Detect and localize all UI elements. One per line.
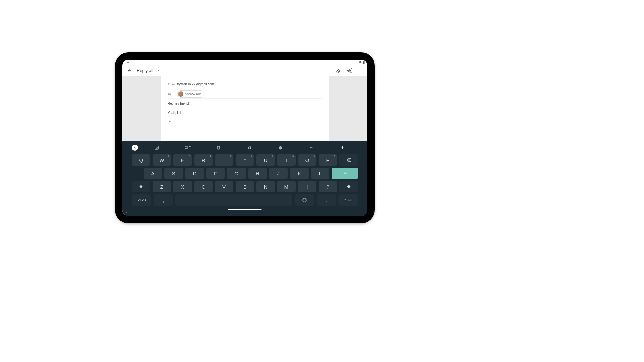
from-label: From xyxy=(168,83,177,86)
svg-point-10 xyxy=(310,147,311,148)
key-symbols-right[interactable]: ?123 xyxy=(338,194,358,206)
key-K[interactable]: K xyxy=(290,168,309,179)
svg-point-7 xyxy=(157,147,157,147)
key-D[interactable]: D xyxy=(185,168,204,179)
key-backspace[interactable] xyxy=(339,154,358,166)
kb-more-icon[interactable] xyxy=(296,145,327,150)
recipient-name: Andrew Kuo xyxy=(185,92,201,96)
key-R[interactable]: R4 xyxy=(194,154,213,166)
kb-hide-icon[interactable] xyxy=(125,210,128,214)
svg-point-15 xyxy=(305,199,305,200)
key-F[interactable]: F xyxy=(206,168,225,179)
key-comma[interactable]: , xyxy=(154,194,173,206)
key-question[interactable]: ? xyxy=(319,181,337,192)
key-shift-left[interactable] xyxy=(132,181,150,192)
kb-sticker-icon[interactable] xyxy=(141,145,172,150)
key-B[interactable]: B xyxy=(236,181,254,192)
key-P[interactable]: P0 xyxy=(319,154,337,166)
key-Q[interactable]: Q1 xyxy=(132,154,150,166)
key-A[interactable]: A xyxy=(144,168,162,179)
key-symbols-left[interactable]: ?123 xyxy=(132,194,151,206)
key-O[interactable]: O9 xyxy=(298,154,316,166)
key-L[interactable]: L xyxy=(311,168,329,179)
keyboard-toolbar: GIF xyxy=(132,143,358,152)
key-S[interactable]: S xyxy=(164,168,183,179)
key-row-3: ZXCVBNM!? xyxy=(132,181,358,192)
key-row-4: ?123,.?123 xyxy=(132,194,358,206)
svg-point-14 xyxy=(304,199,304,200)
content-area: From trystan.io.22@gmail.com To Andrew K… xyxy=(122,76,367,141)
key-shift-right[interactable] xyxy=(339,181,358,192)
wifi-icon xyxy=(359,61,362,64)
svg-point-4 xyxy=(360,72,360,72)
avatar xyxy=(178,91,183,97)
key-space[interactable] xyxy=(175,194,292,206)
to-label: To xyxy=(168,92,177,96)
battery-icon xyxy=(363,61,365,64)
key-period[interactable]: . xyxy=(317,194,336,206)
key-U[interactable]: U7 xyxy=(256,154,275,166)
svg-point-2 xyxy=(360,69,360,69)
svg-point-13 xyxy=(303,198,306,202)
key-T[interactable]: T5 xyxy=(215,154,233,166)
more-icon[interactable] xyxy=(356,67,364,75)
svg-point-12 xyxy=(312,147,313,148)
svg-rect-5 xyxy=(155,146,159,150)
key-row-1: Q1W2E3R4T5Y6U7I8O9P0 xyxy=(132,154,358,166)
from-value: trystan.io.22@gmail.com xyxy=(177,82,214,86)
tablet-frame: 1:00 Reply all xyxy=(115,52,375,223)
svg-point-3 xyxy=(360,70,360,71)
keyboard: GIF Q1W2E3R4T5Y6U7I8O9P0 ASDFGHJKL xyxy=(122,141,367,216)
compose-card: From trystan.io.22@gmail.com To Andrew K… xyxy=(161,76,329,141)
key-J[interactable]: J xyxy=(269,168,287,179)
nav-bar[interactable] xyxy=(132,208,358,212)
title-dropdown-icon[interactable] xyxy=(156,67,161,75)
attach-icon[interactable] xyxy=(334,67,342,75)
key-V[interactable]: V xyxy=(215,181,233,192)
svg-point-6 xyxy=(156,147,156,147)
key-N[interactable]: N xyxy=(256,181,275,192)
page-title: Reply all xyxy=(137,68,153,73)
kb-collapse-tools-icon[interactable] xyxy=(132,145,138,151)
key-I[interactable]: I8 xyxy=(277,154,296,166)
screen: 1:00 Reply all xyxy=(122,60,367,216)
kb-mic-icon[interactable] xyxy=(327,146,358,150)
key-emoji[interactable] xyxy=(295,194,314,206)
key-X[interactable]: X xyxy=(173,181,192,192)
key-E[interactable]: E3 xyxy=(173,154,192,166)
kb-clipboard-icon[interactable] xyxy=(203,146,234,150)
key-C[interactable]: C xyxy=(194,181,213,192)
key-W[interactable]: W2 xyxy=(153,154,171,166)
recipient-chip[interactable]: Andrew Kuo xyxy=(177,90,204,98)
kb-theme-icon[interactable] xyxy=(265,146,296,150)
kb-gif-button[interactable]: GIF xyxy=(172,146,203,150)
key-row-2: ASDFGHJKL xyxy=(132,168,358,179)
key-G[interactable]: G xyxy=(227,168,246,179)
key-exclaim[interactable]: ! xyxy=(298,181,316,192)
from-row[interactable]: From trystan.io.22@gmail.com xyxy=(168,80,322,89)
key-Z[interactable]: Z xyxy=(153,181,171,192)
subject-field[interactable]: Re: hey friend! xyxy=(168,99,322,108)
back-icon[interactable] xyxy=(126,67,134,75)
kb-settings-icon[interactable] xyxy=(234,146,265,150)
svg-rect-1 xyxy=(364,61,364,61)
key-Y[interactable]: Y6 xyxy=(236,154,254,166)
expand-recipients-icon[interactable] xyxy=(319,92,322,96)
app-bar: Reply all xyxy=(122,65,367,76)
to-row[interactable]: To Andrew Kuo xyxy=(168,89,322,99)
body-field[interactable]: Yeah, I do. xyxy=(168,108,322,117)
send-icon[interactable] xyxy=(345,67,353,75)
status-bar: 1:00 xyxy=(122,60,367,65)
key-enter[interactable] xyxy=(332,168,358,179)
svg-point-11 xyxy=(311,147,312,148)
key-H[interactable]: H xyxy=(248,168,267,179)
svg-rect-0 xyxy=(363,61,365,64)
quoted-text-toggle[interactable]: ... xyxy=(168,117,322,122)
clock: 1:00 xyxy=(125,61,130,64)
key-M[interactable]: M xyxy=(277,181,296,192)
